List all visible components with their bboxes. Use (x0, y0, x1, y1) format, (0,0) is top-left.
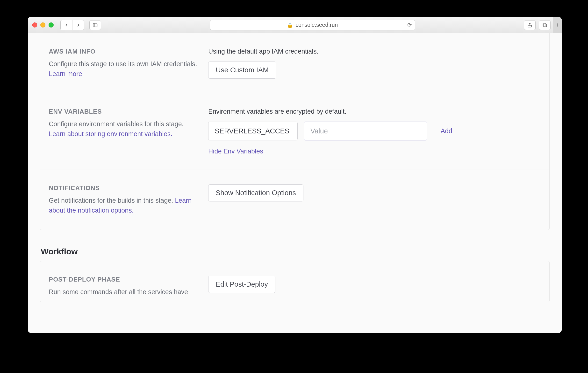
env-var-row: Add (208, 121, 541, 141)
section-title-notifications: NOTIFICATIONS (49, 184, 199, 192)
learn-env-link[interactable]: Learn about storing environment variable… (49, 130, 172, 138)
close-window-button[interactable] (32, 22, 37, 28)
tabs-icon (542, 22, 547, 28)
new-tab-button[interactable]: + (553, 17, 562, 33)
lock-icon: 🔒 (287, 22, 293, 28)
minimize-window-button[interactable] (40, 22, 45, 28)
section-title-env: ENV VARIABLES (49, 108, 199, 115)
url-text: console.seed.run (295, 22, 338, 28)
section-desc-notifications: Get notifications for the builds in this… (49, 196, 199, 215)
share-button[interactable] (524, 20, 536, 30)
svg-rect-4 (543, 23, 546, 26)
reload-button[interactable]: ⟳ (407, 22, 412, 28)
titlebar: 🔒 console.seed.run ⟳ + (28, 17, 562, 33)
settings-card: AWS IAM INFO Configure this stage to use… (40, 33, 550, 230)
sidebar-toggle-button[interactable] (89, 20, 101, 30)
svg-rect-3 (544, 24, 546, 27)
env-status-text: Environment variables are encrypted by d… (208, 108, 541, 115)
chevron-right-icon (76, 22, 81, 28)
iam-status-text: Using the default app IAM credentials. (208, 48, 541, 55)
section-desc-postdeploy: Run some commands after all the services… (49, 287, 199, 297)
section-desc-env: Configure environment variables for this… (49, 119, 199, 139)
section-title-iam: AWS IAM INFO (49, 48, 199, 55)
page-content: AWS IAM INFO Configure this stage to use… (28, 33, 562, 333)
svg-rect-0 (93, 23, 97, 27)
share-icon (527, 22, 532, 28)
add-env-link[interactable]: Add (441, 127, 452, 135)
toolbar-right (524, 20, 551, 30)
workflow-heading: Workflow (41, 247, 550, 256)
use-custom-iam-button[interactable]: Use Custom IAM (208, 61, 276, 79)
sidebar-icon (93, 22, 98, 28)
section-iam: AWS IAM INFO Configure this stage to use… (40, 33, 549, 93)
env-value-input[interactable] (304, 121, 427, 141)
section-title-postdeploy: POST-DEPLOY PHASE (49, 276, 199, 283)
hide-env-link[interactable]: Hide Env Variables (208, 148, 263, 155)
section-env: ENV VARIABLES Configure environment vari… (40, 93, 549, 170)
tabs-button[interactable] (539, 20, 551, 30)
address-bar[interactable]: 🔒 console.seed.run ⟳ (210, 20, 415, 30)
section-postdeploy: POST-DEPLOY PHASE Run some commands afte… (40, 261, 549, 302)
forward-button[interactable] (72, 20, 84, 30)
back-button[interactable] (61, 20, 72, 30)
maximize-window-button[interactable] (49, 22, 54, 28)
edit-post-deploy-button[interactable]: Edit Post-Deploy (208, 276, 275, 293)
window-controls (32, 22, 54, 28)
section-desc-iam: Configure this stage to use its own IAM … (49, 59, 199, 79)
show-notification-options-button[interactable]: Show Notification Options (208, 184, 304, 202)
nav-buttons (60, 20, 84, 30)
chevron-left-icon (64, 22, 69, 28)
browser-window: 🔒 console.seed.run ⟳ + AWS IAM INFO (28, 17, 562, 333)
workflow-card: POST-DEPLOY PHASE Run some commands afte… (40, 261, 550, 302)
learn-more-iam-link[interactable]: Learn more. (49, 70, 84, 77)
section-notifications: NOTIFICATIONS Get notifications for the … (40, 170, 549, 230)
env-key-input[interactable] (208, 121, 298, 141)
